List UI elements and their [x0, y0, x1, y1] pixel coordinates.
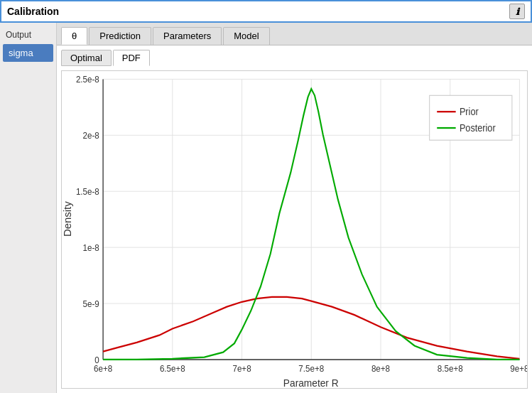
chart-container: 0 5e-9 1e-8 1.5e-8 2e-8 2.5e-8 Density 6…: [61, 70, 528, 389]
window-title: Calibration: [7, 6, 59, 17]
y-axis-label: Density: [62, 200, 72, 236]
info-button[interactable]: ℹ: [509, 4, 525, 19]
y-tick-5e9: 5e-9: [83, 298, 99, 309]
tab-prediction[interactable]: Prediction: [89, 27, 151, 45]
tab-model[interactable]: Model: [223, 27, 269, 45]
x-tick-65e8: 6.5e+8: [160, 364, 185, 375]
tab-theta[interactable]: θ: [61, 27, 87, 45]
x-tick-75e8: 7.5e+8: [298, 364, 324, 375]
top-tabs-bar: θ Prediction Parameters Model: [57, 23, 532, 45]
title-bar: Calibration ℹ: [0, 0, 532, 23]
content-area: Optimal PDF: [57, 45, 532, 393]
legend-posterior-label: Posterior: [460, 122, 496, 134]
sub-tab-pdf[interactable]: PDF: [113, 50, 150, 66]
x-tick-85e8: 8.5e+8: [438, 364, 463, 375]
density-chart: 0 5e-9 1e-8 1.5e-8 2e-8 2.5e-8 Density 6…: [62, 71, 527, 388]
y-tick-1e8: 1e-8: [83, 242, 99, 253]
y-tick-2e8: 2e-8: [83, 130, 99, 141]
sub-tabs-bar: Optimal PDF: [61, 50, 528, 66]
x-tick-7e8: 7e+8: [232, 364, 251, 375]
x-axis-label: Parameter R: [283, 377, 339, 388]
legend-prior-label: Prior: [460, 106, 479, 117]
sigma-button[interactable]: sigma: [3, 44, 53, 62]
x-tick-8e8: 8e+8: [371, 364, 390, 375]
sub-tab-optimal[interactable]: Optimal: [61, 50, 112, 66]
right-panel: θ Prediction Parameters Model Optimal PD…: [57, 23, 532, 393]
legend-box: [430, 95, 512, 140]
y-tick-25e9: 2.5e-8: [76, 75, 99, 85]
y-tick-15e9: 1.5e-8: [76, 186, 99, 197]
tab-parameters[interactable]: Parameters: [153, 27, 222, 45]
main-layout: Output sigma θ Prediction Parameters Mod…: [0, 23, 532, 393]
x-tick-6e8: 6e+8: [94, 364, 112, 375]
left-panel: Output sigma: [0, 23, 57, 393]
x-tick-9e8: 9e+8: [510, 364, 527, 375]
output-label: Output: [3, 28, 53, 41]
